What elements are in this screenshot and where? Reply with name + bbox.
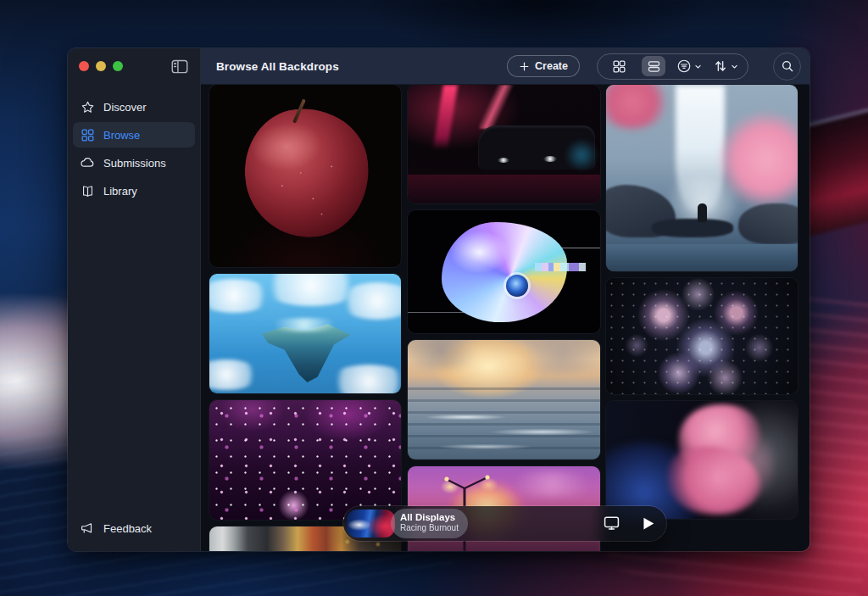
cloud [338, 282, 401, 320]
teal-glow [563, 141, 600, 170]
glass-eye [506, 275, 528, 297]
sidebar: Discover Browse [68, 48, 201, 551]
rock-ledge [652, 219, 733, 237]
backdrop-card-wet-red-apple[interactable] [209, 85, 401, 267]
sidebar-item-label: Submissions [103, 157, 166, 170]
minimize-button[interactable] [96, 61, 106, 71]
page-title: Browse All Backdrops [216, 60, 339, 73]
island-glow [262, 318, 347, 331]
close-button[interactable] [79, 61, 89, 71]
search-icon [781, 59, 794, 73]
zoom-button[interactable] [113, 61, 123, 71]
sidebar-item-discover[interactable]: Discover [73, 94, 195, 120]
search-button[interactable] [773, 53, 801, 81]
filter-icon [676, 58, 692, 74]
sidebar-nav: Discover Browse [73, 94, 195, 206]
neon-light [479, 85, 518, 129]
grid-view-icon [612, 59, 626, 74]
wallpaper-player-bar: All Displays Racing Burnout [343, 506, 666, 541]
cloud [507, 340, 600, 374]
sort-menu-button[interactable] [713, 58, 738, 74]
backdrop-card-iridescent-glass[interactable] [408, 210, 600, 333]
titlebar: Browse All Backdrops Create [201, 48, 810, 85]
backdrop-card-purple-particles[interactable] [209, 400, 401, 520]
list-view-icon [647, 59, 661, 74]
grid-view-button[interactable] [607, 56, 631, 76]
glitch-pixels [535, 263, 586, 271]
create-button[interactable]: Create [507, 55, 580, 77]
backdrop-card-floating-island[interactable] [209, 274, 401, 393]
cloud-icon [80, 155, 95, 170]
pink-smoke [715, 423, 774, 508]
app-window: Discover Browse [68, 48, 810, 551]
sidebar-item-feedback[interactable]: Feedback [80, 521, 152, 536]
headlight [543, 156, 557, 162]
backdrop-card-ocean-sunset[interactable] [408, 340, 600, 460]
cherry-blossom [606, 85, 670, 129]
backdrop-card-neon-night-car[interactable] [408, 85, 600, 203]
backdrop-grid [201, 85, 810, 551]
create-button-label: Create [535, 60, 568, 72]
neon-light [433, 85, 458, 149]
view-options-group [597, 53, 748, 80]
filter-menu-button[interactable] [676, 58, 702, 74]
chevron-down-icon [694, 63, 702, 70]
star-icon [80, 99, 95, 114]
megaphone-icon [80, 521, 95, 536]
cloud [328, 365, 401, 393]
apple-droplets [245, 109, 369, 237]
book-icon [80, 183, 95, 198]
sidebar-item-label: Discover [103, 101, 147, 114]
floor-reflection [408, 175, 600, 203]
traffic-lights [79, 61, 123, 71]
toolbar-controls: Create [507, 53, 801, 81]
foam [408, 399, 600, 459]
sidebar-item-browse[interactable]: Browse [73, 122, 195, 148]
feedback-label: Feedback [103, 522, 152, 535]
cloud [209, 359, 260, 390]
rocks [738, 203, 798, 244]
plus-icon [519, 61, 530, 72]
current-wallpaper-thumbnail[interactable] [347, 510, 395, 538]
wallpaper-info-pill: All Displays Racing Burnout [391, 509, 468, 538]
water-pool [606, 244, 798, 271]
play-button[interactable] [638, 514, 657, 533]
glass-blob [442, 222, 567, 322]
sidebar-item-label: Library [103, 185, 137, 198]
sidebar-item-library[interactable]: Library [73, 178, 195, 203]
chevron-down-icon [731, 63, 738, 70]
backdrop-card-dark-kaleidoscope[interactable] [606, 278, 798, 394]
backdrop-card-blossom-waterfall[interactable] [606, 85, 798, 271]
display-icon[interactable] [603, 515, 621, 532]
headlight [498, 158, 509, 163]
sidebar-item-label: Browse [103, 129, 140, 142]
wallpaper-name-label: Racing Burnout [400, 523, 459, 533]
dark-silhouette [408, 539, 600, 551]
sidebar-toggle-icon[interactable] [170, 58, 189, 75]
sidebar-item-submissions[interactable]: Submissions [73, 150, 195, 175]
grid-squares-icon [80, 127, 95, 142]
sort-arrows-icon [713, 58, 728, 74]
sitting-figure [698, 203, 707, 222]
list-view-button[interactable] [642, 56, 665, 76]
display-target-label: All Displays [400, 511, 459, 523]
backdrop-card-pink-ink-smoke[interactable] [606, 401, 798, 519]
cloud [408, 340, 487, 369]
